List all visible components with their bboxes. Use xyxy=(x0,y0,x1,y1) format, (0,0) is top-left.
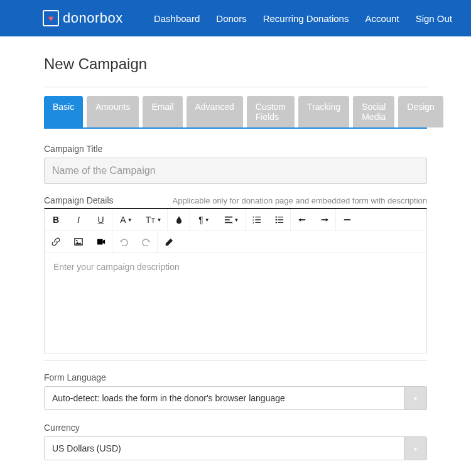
rich-text-editor: B I U A▼ TT▼ ¶▼ ▼ 123 xyxy=(44,208,427,354)
tab-amounts[interactable]: Amounts xyxy=(87,96,139,127)
bold-icon[interactable]: B xyxy=(45,209,67,230)
link-icon[interactable] xyxy=(45,231,67,252)
chevron-down-icon[interactable]: ▾ xyxy=(404,436,427,460)
redo-icon[interactable] xyxy=(135,231,158,252)
currency-label: Currency xyxy=(44,423,427,433)
form-tabs: Basic Amounts Email Advanced Custom Fiel… xyxy=(44,96,427,129)
primary-nav: Dashboard Donors Recurring Donations Acc… xyxy=(154,13,452,24)
eraser-icon[interactable] xyxy=(158,231,180,252)
tab-tracking[interactable]: Tracking xyxy=(298,96,349,127)
tab-basic[interactable]: Basic xyxy=(44,96,83,127)
campaign-details-input[interactable]: Enter your campaign description xyxy=(45,253,426,354)
nav-dashboard[interactable]: Dashboard xyxy=(154,13,200,24)
chevron-down-icon[interactable]: ▾ xyxy=(404,386,427,410)
editor-toolbar: B I U A▼ TT▼ ¶▼ ▼ 123 xyxy=(45,209,426,253)
color-drop-icon[interactable] xyxy=(168,209,190,230)
video-icon[interactable] xyxy=(90,231,112,252)
nav-recurring-donations[interactable]: Recurring Donations xyxy=(263,13,349,24)
undo-icon[interactable] xyxy=(112,231,135,252)
svg-point-7 xyxy=(76,240,77,241)
campaign-title-label: Campaign Title xyxy=(44,144,427,154)
underline-icon[interactable]: U xyxy=(90,209,112,230)
tab-advanced[interactable]: Advanced xyxy=(187,96,243,127)
italic-icon[interactable]: I xyxy=(67,209,90,230)
unordered-list-icon[interactable] xyxy=(268,209,291,230)
form-language-label: Form Language xyxy=(44,372,427,382)
divider xyxy=(44,360,427,361)
campaign-title-input[interactable] xyxy=(44,158,427,184)
svg-point-3 xyxy=(275,216,276,217)
brand-logo[interactable]: ♥ donorbox xyxy=(43,10,123,26)
image-icon[interactable] xyxy=(67,231,90,252)
nav-sign-out[interactable]: Sign Out xyxy=(416,13,452,24)
page-content: New Campaign Basic Amounts Email Advance… xyxy=(0,36,471,476)
campaign-details-label: Campaign Details xyxy=(44,195,114,205)
form-language-select[interactable]: Auto-detect: loads the form in the donor… xyxy=(44,386,427,410)
page-title: New Campaign xyxy=(44,55,427,73)
svg-text:3: 3 xyxy=(252,221,254,224)
logo-heart-icon: ♥ xyxy=(43,10,59,26)
tab-email[interactable]: Email xyxy=(143,96,182,127)
align-icon[interactable]: ▼ xyxy=(218,209,246,230)
svg-point-5 xyxy=(275,222,276,223)
brand-name: donorbox xyxy=(63,10,123,26)
nav-donors[interactable]: Donors xyxy=(216,13,246,24)
top-navbar: ♥ donorbox Dashboard Donors Recurring Do… xyxy=(0,0,471,36)
font-size-icon[interactable]: TT▼ xyxy=(140,209,168,230)
svg-rect-8 xyxy=(97,239,102,245)
nav-account[interactable]: Account xyxy=(365,13,399,24)
divider xyxy=(44,87,427,87)
paragraph-format-icon[interactable]: ¶▼ xyxy=(190,209,218,230)
tab-social-media[interactable]: Social Media xyxy=(353,96,394,127)
currency-select[interactable]: US Dollars (USD) ▾ xyxy=(44,436,427,460)
indent-icon[interactable] xyxy=(313,209,336,230)
form-language-value: Auto-detect: loads the form in the donor… xyxy=(44,386,404,410)
tab-custom-fields[interactable]: Custom Fields xyxy=(247,96,295,127)
tab-design[interactable]: Design xyxy=(398,96,443,127)
ordered-list-icon[interactable]: 123 xyxy=(246,209,268,230)
horizontal-rule-icon[interactable] xyxy=(336,209,359,230)
svg-point-4 xyxy=(275,219,276,220)
currency-value: US Dollars (USD) xyxy=(44,436,404,460)
campaign-details-hint: Applicable only for donation page and em… xyxy=(173,196,427,205)
font-family-icon[interactable]: A▼ xyxy=(112,209,140,230)
outdent-icon[interactable] xyxy=(291,209,313,230)
